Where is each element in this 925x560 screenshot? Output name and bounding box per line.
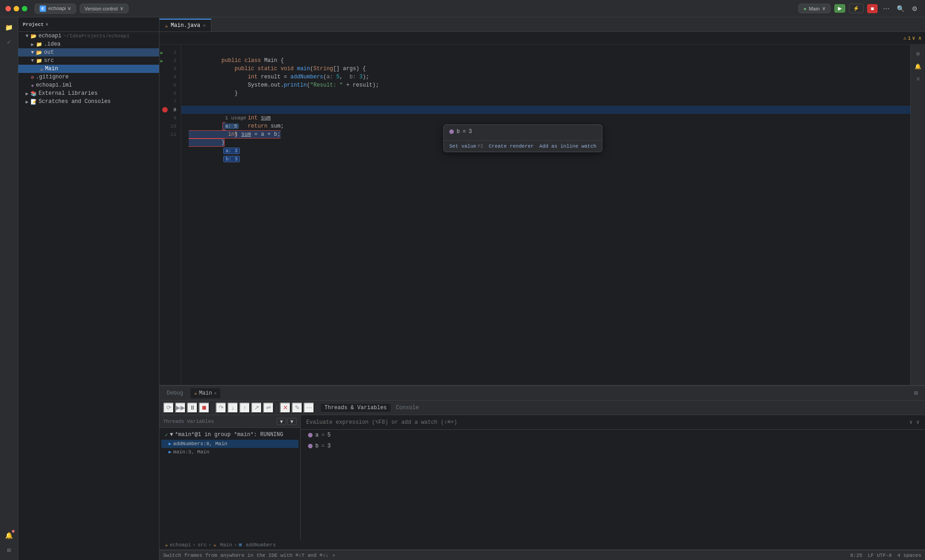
settings-button[interactable]: ⚙ [910,3,920,14]
warning-nav-up[interactable]: ∧ [918,35,921,41]
debug-view-tabs: Threads & Variables Console [321,404,422,412]
mute-breakpoints-button[interactable]: ✕ [280,402,291,413]
expression-history-btn[interactable]: ∨ [910,419,913,426]
editor-content[interactable]: public class Main { public static void m… [181,45,910,385]
idea-folder-icon: 📁 [36,41,42,47]
run-config-chevron: ∨ [822,5,826,11]
breadcrumb-addnumbers[interactable]: ⊞ addNumbers [239,542,276,548]
sidebar-icon-notifications[interactable]: 🔔 [3,529,15,542]
tree-item-scratches[interactable]: ▶ 📝 Scratches and Consoles [18,98,159,106]
tree-item-label-echoapi: echoapi [39,33,62,39]
status-indent[interactable]: 4 spaces [897,553,921,558]
minimize-button[interactable] [14,6,19,11]
step-out-button[interactable]: ↑ [239,402,250,413]
var-value-b: 3 [327,443,330,449]
status-encoding[interactable]: LF UTF-8 [868,553,892,558]
console-tab[interactable]: Console [392,404,422,412]
debug-tab-close[interactable]: ✕ [214,390,216,396]
search-everywhere-button[interactable]: 🔍 [895,3,906,14]
hover-set-value[interactable]: Set value F2 [449,144,483,149]
variables-list: a = 5 b = 3 [301,430,925,540]
debug-more-button[interactable]: ⋯ [303,402,314,413]
debug-expand-icon[interactable]: ⊞ [910,388,921,399]
var-item-b: b = 3 [301,441,925,452]
var-dot-b [308,444,313,448]
debug-tab-label: Main [199,390,212,396]
code-line-3: int result = addNumbers(a: 5, b: 3); [181,65,910,73]
close-button[interactable] [5,6,11,11]
resume-button[interactable]: ▶▶ [175,402,186,413]
hover-create-renderer[interactable]: Create renderer [488,144,534,149]
panel-chevron[interactable]: ∨ [46,22,48,27]
tree-item-label-src: src [44,57,54,64]
tree-item-gitignore[interactable]: ⊘ .gitignore [18,73,159,81]
frame-item-main[interactable]: ▶ main:3, Main [161,448,298,456]
tree-item-label-idea: .idea [44,41,61,47]
sidebar-icon-commit[interactable]: ✓ [3,36,15,48]
stop-button[interactable]: ■ [867,4,878,13]
line-num-9: 9 [159,114,181,122]
status-hint-close[interactable]: ✕ [332,552,335,558]
debug-tabs-bar: Debug ☕ Main ✕ ⊞ [159,386,925,401]
debug-button[interactable]: ⚡ [849,4,863,13]
stop-debug-button[interactable]: ⏹ [199,402,210,413]
editor-tabs: ☕ Main.java ✕ [159,17,925,32]
breadcrumb-echoapi[interactable]: echoapi [170,542,191,548]
tree-item-echoapi[interactable]: ▼ 📂 echoapi ~/IdeaProjects/echoapi [18,32,159,40]
warning-chevron[interactable]: ∨ [912,35,915,41]
line-num-10: 10 [159,122,181,130]
tab-close-icon[interactable]: ✕ [203,23,206,28]
notification-dot [12,530,15,533]
hover-variable: b [457,128,460,135]
hover-add-watch[interactable]: Add as inline watch [539,144,596,149]
tree-item-main[interactable]: ☕ Main [18,65,159,73]
sidebar-icon-plugins[interactable]: ⊞ [3,544,15,556]
pause-button[interactable]: ⏸ [187,402,198,413]
version-control-btn[interactable]: Version control ∨ [80,4,129,13]
variables-input-bar: ∨ ∨ [301,415,925,430]
step-into-button[interactable]: ↓ [227,402,238,413]
evaluate-expression-input[interactable] [306,419,908,426]
tree-item-out[interactable]: ▼ 📂 out [18,48,159,57]
status-position[interactable]: 8:25 [850,553,862,558]
inline-b-val2: b: 3 [223,156,240,162]
evaluate-expression-button[interactable]: ⇌ [263,402,274,413]
right-icon-structure[interactable]: ≡ [913,74,924,85]
rerun-button[interactable]: ⟳ [163,402,174,413]
editor-tab-main[interactable]: ☕ Main.java ✕ [159,19,211,31]
maximize-button[interactable] [22,6,27,11]
tree-item-src[interactable]: ▼ 📁 src [18,57,159,65]
thread-filter-dropdown[interactable]: ▼ [277,418,286,425]
breadcrumb-src[interactable]: src [197,542,206,548]
run-button[interactable]: ▶ [834,4,845,13]
step-over-button[interactable]: ↷ [216,402,226,413]
thread-item-main[interactable]: ✓ ▼ *main*@1 in group *main*: RUNNING [161,430,298,440]
chevron-right-icon2: ▶ [26,91,29,97]
debug-tab-icon: ☕ [194,390,197,396]
edit-breakpoints-button[interactable]: ✎ [292,402,303,413]
thread-filter-dropdown2[interactable]: ▼ [287,418,297,425]
run-config-btn[interactable]: ● Main ∨ [798,4,831,13]
tree-item-idea[interactable]: ▶ 📁 .idea [18,40,159,48]
tree-item-external-libs[interactable]: ▶ 📚 External Libraries [18,89,159,98]
file-tree: ▼ 📂 echoapi ~/IdeaProjects/echoapi ▶ 📁 .… [18,32,159,560]
breadcrumb-sep-3: › [234,542,237,548]
breadcrumb-main[interactable]: ☕ Main [213,542,232,548]
run-to-cursor-button[interactable]: ↗ [251,402,262,413]
debug-tab-debug[interactable]: Debug [163,388,187,398]
frame-item-addnumbers[interactable]: ▶ addNumbers:8, Main [161,440,298,448]
debug-tab-main[interactable]: ☕ Main ✕ [190,388,220,398]
sidebar-icon-project[interactable]: 📁 [3,21,15,34]
right-icon-bookmark[interactable]: ⊞ [913,48,924,59]
toolbar-separator-2 [277,404,277,411]
threads-variables-tab[interactable]: Threads & Variables [321,404,391,412]
project-name: echoapi ∨ [48,5,71,11]
project-selector[interactable]: E echoapi ∨ [35,4,76,14]
more-actions-button[interactable]: ⋯ [881,3,891,14]
chevron-down-icon3: ▼ [31,58,34,63]
tree-item-label-out: out [44,49,54,56]
java-file-icon: ☕ [40,66,43,72]
tree-item-iml[interactable]: ◈ echoapi.iml [18,81,159,89]
expression-add-btn[interactable]: ∨ [916,419,920,426]
right-icon-notifications[interactable]: 🔔 [913,61,924,72]
